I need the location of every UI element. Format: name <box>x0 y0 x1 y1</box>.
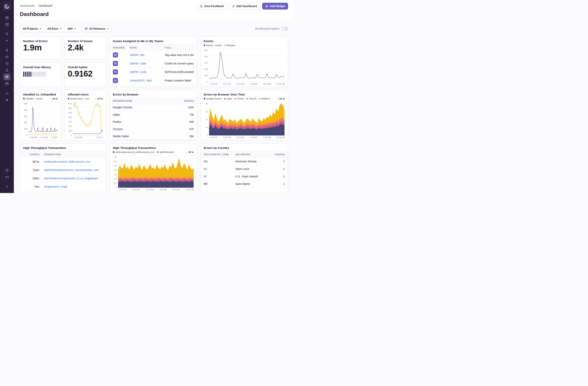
team-avatar[interactable]: TE <box>113 69 118 74</box>
issue-row[interactable]: TE SENTRY-32ZQ SoftTimeLimitExceeded <box>110 68 197 76</box>
prev-page-icon[interactable]: ◀ <box>186 151 187 153</box>
y-tick-label: 500 <box>68 112 72 114</box>
issue-link[interactable]: SENTRY-VD5 <box>130 54 165 57</box>
sidebar-item-issues[interactable] <box>3 14 10 21</box>
sidebar-item-releases[interactable] <box>3 80 10 87</box>
sidebar-item-crons[interactable] <box>3 67 10 73</box>
table-row[interactable]: 109m /api/0/projects/{organization_id_or… <box>20 174 106 182</box>
environment-filter-label: All Envs <box>47 27 58 30</box>
browser-over-time-chart[interactable] <box>209 102 285 136</box>
legend-item[interactable]: Chrome <box>246 97 256 100</box>
issue-title: Could not convert query <box>165 62 194 65</box>
project-filter[interactable]: All Projects <box>20 25 44 32</box>
sidebar-collapse[interactable] <box>3 183 10 190</box>
transaction-link[interactable]: sentry.tasks.process_buffer.process_incr <box>44 160 103 163</box>
misery-segment <box>44 71 46 77</box>
next-page-icon[interactable]: ▶ <box>57 98 58 100</box>
on-demand-toggle[interactable] <box>281 27 288 30</box>
breadcrumb-dashboards[interactable]: Dashboards <box>20 4 35 7</box>
team-avatar[interactable]: TE <box>113 78 118 83</box>
legend-label: Mobile S <box>261 97 270 100</box>
widget-title: Errors by Browser Over Time <box>204 93 285 96</box>
issue-row[interactable]: TE SENTRY-VD5 Tag value was not a strin <box>110 51 197 59</box>
issue-row[interactable]: TE JAVASCRIPT-1BG2 Project creation fail… <box>110 76 197 85</box>
next-page-icon[interactable]: ▶ <box>102 98 103 100</box>
legend-item[interactable]: sentry.tasks.process_buffer.process_incr <box>113 151 154 153</box>
sidebar-item-performance[interactable] <box>3 37 10 44</box>
transaction-link[interactable]: /api/0/internal/rpc/{service_name}/{meth… <box>44 168 103 171</box>
legend-item[interactable]: Safari <box>224 97 232 100</box>
affected-users-chart[interactable] <box>73 102 103 136</box>
y-tick-label: 600 <box>68 107 72 109</box>
legend-item[interactable]: Mobile S <box>259 97 270 100</box>
country-code: MF <box>204 182 235 185</box>
legend-item[interactable]: /api/0/internal/r <box>157 151 174 153</box>
table-row[interactable]: 76m /{organization_slug}/ <box>20 182 106 191</box>
edit-dashboard-button[interactable]: Edit Dashboard <box>229 3 260 9</box>
widget-number-of-issues: Number of Issues 2.4k <box>64 37 106 60</box>
legend-item[interactable]: Events : count() <box>204 44 221 46</box>
high-throughput-chart[interactable] <box>118 156 194 188</box>
handled-chart[interactable] <box>28 102 58 136</box>
team-avatar[interactable]: TE <box>113 61 118 66</box>
table-row[interactable]: 114m /api/0/internal/rpc/{service_name}/… <box>20 166 106 174</box>
environment-filter[interactable]: All Envs <box>44 25 64 32</box>
table-row[interactable]: Google Chrome 132k <box>110 104 197 111</box>
archive-icon <box>5 82 9 85</box>
filter-bar: All Projects All Envs 24H All Releases O <box>20 25 288 32</box>
transaction-link[interactable]: /api/0/projects/{organization_id_or_slug… <box>44 177 103 180</box>
legend-item[interactable]: Handled : count() <box>23 97 42 100</box>
issue-link[interactable]: JAVASCRIPT-1BG2 <box>130 79 165 82</box>
col-issue: ISSUE <box>130 46 165 49</box>
next-page-icon[interactable]: ▶ <box>283 98 285 100</box>
legend-item[interactable]: Google Chrome <box>204 97 222 100</box>
sidebar-item-whats-new[interactable] <box>3 174 10 180</box>
next-page-icon[interactable]: ▶ <box>192 151 194 153</box>
release-filter[interactable]: All Releases <box>82 25 112 32</box>
prev-page-icon[interactable]: ◀ <box>95 98 96 100</box>
legend-item[interactable]: Known Users : cour <box>68 97 89 100</box>
sidebar-item-feedback[interactable] <box>3 53 10 60</box>
prev-page-icon[interactable]: ◀ <box>277 98 278 100</box>
sidebar-item-dashboards[interactable] <box>3 73 10 80</box>
on-demand-label: On-demand metrics <box>255 27 279 30</box>
sidebar-item-explore[interactable] <box>3 30 10 37</box>
legend-item[interactable]: Releases <box>224 44 235 46</box>
plus-circle-icon <box>265 5 268 8</box>
table-row[interactable]: Chrome 57k <box>110 126 197 133</box>
y-tick-label: 4k <box>206 103 208 105</box>
widget-title: Events <box>204 39 285 43</box>
issue-row[interactable]: TE SENTRY-16H8 Could not convert query <box>110 59 197 68</box>
table-row[interactable]: Mobile Safari 38k <box>110 133 197 140</box>
sidebar-item-settings[interactable] <box>3 96 10 103</box>
table-row[interactable]: Safari 73k <box>110 111 197 118</box>
y-tick-label: 50k <box>205 49 208 51</box>
table-row[interactable]: VI U.S. Virgin Islands 1 <box>201 173 288 180</box>
x-axis: 4:00 PM8:00 PM12:00 AM4:00 AM8:00 AM12:0… <box>201 136 288 140</box>
issue-link[interactable]: SENTRY-16H8 <box>130 62 165 65</box>
table-row[interactable]: LC Saint Lucia 1 <box>201 165 288 173</box>
sidebar-item-help[interactable] <box>3 167 10 174</box>
events-chart[interactable] <box>209 49 285 82</box>
table-row[interactable]: AS American Samoa 1 <box>201 158 288 165</box>
issue-title: Tag value was not a strin <box>165 53 194 57</box>
big-number-value: 2.4k <box>65 43 106 52</box>
megaphone-icon <box>5 55 9 59</box>
sidebar-item-replays[interactable] <box>3 60 10 67</box>
give-feedback-button[interactable]: Give Feedback <box>197 3 227 9</box>
add-widget-button[interactable]: Add Widget <box>262 3 288 9</box>
legend-item[interactable]: Firefox <box>234 97 244 100</box>
sidebar-item-projects[interactable] <box>3 21 10 28</box>
sidebar-item-alerts[interactable] <box>3 47 10 53</box>
sentry-logo[interactable] <box>3 2 11 11</box>
table-row[interactable]: 367m sentry.tasks.process_buffer.process… <box>20 158 106 166</box>
table-row[interactable]: Firefox 64k <box>110 118 197 126</box>
team-avatar[interactable]: TE <box>113 52 118 58</box>
sidebar-item-stats[interactable] <box>3 90 10 96</box>
transaction-link[interactable]: /{organization_slug}/ <box>44 185 103 188</box>
table-row[interactable]: MF Saint Martin 1 <box>201 180 288 188</box>
date-range-filter[interactable]: 24H <box>64 25 79 32</box>
prev-page-icon[interactable]: ◀ <box>50 98 51 100</box>
misery-segment <box>27 71 28 77</box>
issue-link[interactable]: SENTRY-32ZQ <box>130 70 165 73</box>
